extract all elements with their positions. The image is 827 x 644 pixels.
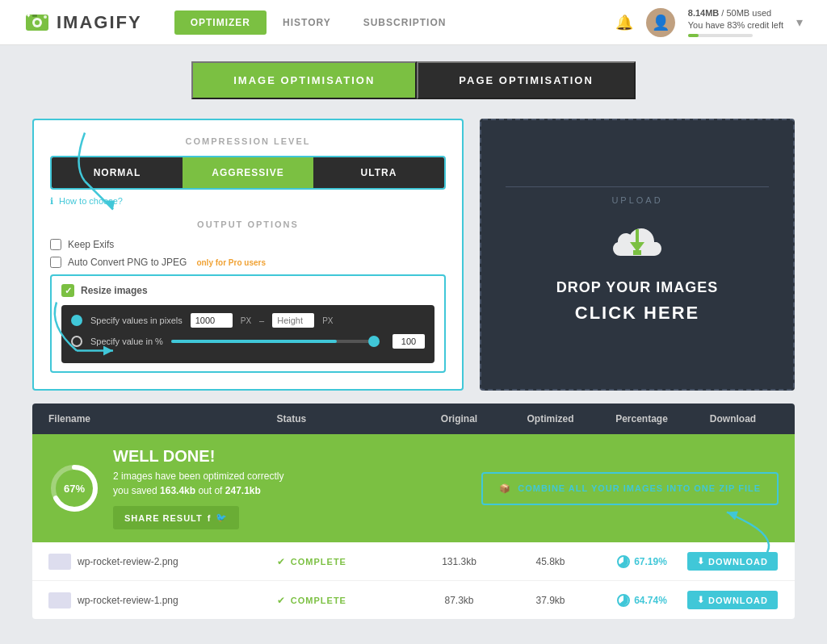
file-status-col-2: ✔ COMPLETE <box>277 595 414 606</box>
download-button-2[interactable]: ⬇ DOWNLOAD <box>687 591 778 609</box>
percentage-badge: 67.19% <box>596 554 687 569</box>
keep-exifs-label: Keep Exifs <box>68 239 114 250</box>
original-col: 131.3kb <box>414 556 505 567</box>
file-status-col: ✔ COMPLETE <box>277 556 414 567</box>
top-tabs: IMAGE OPTIMISATION PAGE OPTIMISATION <box>32 61 795 99</box>
compression-normal[interactable]: NORMAL <box>52 157 183 188</box>
credit-text: You have 83% credit left <box>688 19 783 31</box>
resize-inner: Specify values in pixels PX – PX Specify <box>61 305 434 363</box>
percentage-col: 67.19% <box>596 554 687 569</box>
slider-fill <box>171 340 337 343</box>
upload-panel[interactable]: UPLOAD DROP YOUR IMAGES CLICK HERE <box>480 119 795 391</box>
svg-point-2 <box>35 20 40 25</box>
summary-text: WELL DONE! 2 images have been optimized … <box>113 447 468 529</box>
summary-row: 67% WELL DONE! 2 images have been optimi… <box>32 434 795 542</box>
desc-line1: 2 images have been optimized correctly <box>113 470 283 482</box>
file-thumb-2 <box>48 592 71 608</box>
download-button-1[interactable]: ⬇ DOWNLOAD <box>687 552 778 571</box>
upload-label: UPLOAD <box>506 186 769 205</box>
col-header-status: Status <box>277 413 414 424</box>
resize-percent-row: Specify value in % <box>71 334 425 349</box>
two-column-layout: COMPRESSION LEVEL NORMAL AGGRESSIVE ULTR… <box>32 119 795 391</box>
output-options-label: OUTPUT OPTIONS <box>50 220 446 229</box>
tab-image-optimisation[interactable]: IMAGE OPTIMISATION <box>191 61 417 99</box>
twitter-icon: 🐦 <box>216 512 228 523</box>
bell-icon[interactable]: 🔔 <box>615 14 633 31</box>
saved-text: you saved <box>113 485 160 496</box>
status-complete: COMPLETE <box>291 557 346 567</box>
mb-total: 50MB used <box>726 8 771 18</box>
zip-download-button[interactable]: 📦 COMBINE ALL YOUR IMAGES INTO ONE ZIP F… <box>481 472 779 505</box>
percentage-badge-2: 64.74% <box>596 593 687 608</box>
compression-label: COMPRESSION LEVEL <box>50 136 446 146</box>
left-panel: COMPRESSION LEVEL NORMAL AGGRESSIVE ULTR… <box>32 119 464 391</box>
usage-info: 8.14MB / 50MB used You have 83% credit l… <box>688 7 783 38</box>
radio-percent[interactable] <box>71 336 82 347</box>
saved-of: out of <box>195 485 225 496</box>
saved-amount: 163.4kb <box>160 485 195 496</box>
filename-2: wp-rocket-review-1.png <box>78 595 178 606</box>
optimized-col: 45.8kb <box>505 556 596 567</box>
mb-used: 8.14MB <box>688 8 720 18</box>
original-col-2: 87.3kb <box>414 595 505 606</box>
logo-text: IMAGIFY <box>57 12 142 33</box>
dash-separator: – <box>259 316 264 325</box>
tab-page-optimisation[interactable]: PAGE OPTIMISATION <box>417 61 635 99</box>
usage-bar-bg <box>688 34 753 37</box>
keep-exifs-row: Keep Exifs <box>50 239 446 250</box>
pixels-label: Specify values in pixels <box>90 316 183 325</box>
resize-checkmark[interactable]: ✓ <box>61 284 74 297</box>
width-input[interactable] <box>191 313 233 328</box>
height-input[interactable] <box>272 313 314 328</box>
check-icon: ✔ <box>277 556 285 567</box>
resize-box: ✓ Resize images Specify values in pixels… <box>50 274 446 373</box>
optimized-col-2: 37.9kb <box>505 595 596 606</box>
nav-history[interactable]: HISTORY <box>267 10 347 35</box>
resize-header: ✓ Resize images <box>61 284 434 297</box>
zip-label: COMBINE ALL YOUR IMAGES INTO ONE ZIP FIL… <box>518 483 761 493</box>
output-options: OUTPUT OPTIONS Keep Exifs Auto Convert P… <box>50 220 446 373</box>
svg-rect-3 <box>32 15 37 17</box>
compression-ultra[interactable]: ULTRA <box>313 157 444 188</box>
nav-optimizer[interactable]: OPTIMIZER <box>174 10 267 35</box>
zip-icon: 📦 <box>499 483 511 494</box>
download-col-2: ⬇ DOWNLOAD <box>687 591 779 609</box>
file-name-col: wp-rocket-review-2.png <box>48 554 277 570</box>
drop-text: DROP YOUR IMAGES <box>556 279 718 296</box>
radio-pixels[interactable] <box>71 315 82 326</box>
nav-tabs: OPTIMIZER HISTORY SUBSCRIPTION <box>174 10 615 35</box>
auto-convert-checkbox[interactable] <box>50 257 61 268</box>
download-col: ⬇ DOWNLOAD <box>687 552 779 571</box>
svg-point-4 <box>44 15 47 19</box>
pct-value-1: 67.19% <box>634 556 667 567</box>
chevron-down-icon[interactable]: ▾ <box>796 15 803 30</box>
avatar: 👤 <box>646 8 675 37</box>
summary-desc: 2 images have been optimized correctly y… <box>113 469 468 498</box>
share-result-label: SHARE RESULT <box>124 513 203 523</box>
header: ✦ IMAGIFY OPTIMIZER HISTORY SUBSCRIPTION… <box>0 0 827 45</box>
facebook-icon: f <box>208 513 212 523</box>
check-icon-2: ✔ <box>277 595 285 606</box>
well-done-title: WELL DONE! <box>113 447 468 466</box>
slider-track[interactable] <box>171 340 378 343</box>
download-icon-1: ⬇ <box>697 556 705 567</box>
page-wrapper: ✦ IMAGIFY OPTIMIZER HISTORY SUBSCRIPTION… <box>0 0 827 644</box>
compression-aggressive[interactable]: AGGRESSIVE <box>183 157 313 188</box>
info-icon: ℹ <box>50 196 53 206</box>
percent-label: Specify value in % <box>90 337 163 346</box>
slider-container <box>171 340 384 343</box>
pct-value-2: 64.74% <box>634 595 667 606</box>
col-header-download: Download <box>687 413 779 424</box>
nav-subscription[interactable]: SUBSCRIPTION <box>347 10 463 35</box>
status-complete-2: COMPLETE <box>291 596 346 605</box>
auto-convert-label: Auto Convert PNG to JPEG <box>68 257 187 268</box>
percent-input[interactable] <box>393 334 425 349</box>
how-to-choose-link[interactable]: ℹ How to choose? <box>50 196 446 207</box>
slider-thumb[interactable] <box>368 336 380 347</box>
share-result-button[interactable]: SHARE RESULT f 🐦 <box>113 506 239 529</box>
keep-exifs-checkbox[interactable] <box>50 239 61 250</box>
results-table: Filename Status Original Optimized Perce… <box>32 404 795 619</box>
resize-pixels-row: Specify values in pixels PX – PX <box>71 313 425 328</box>
pie-icon-2 <box>616 593 631 608</box>
logo-area: ✦ IMAGIFY <box>24 10 142 36</box>
